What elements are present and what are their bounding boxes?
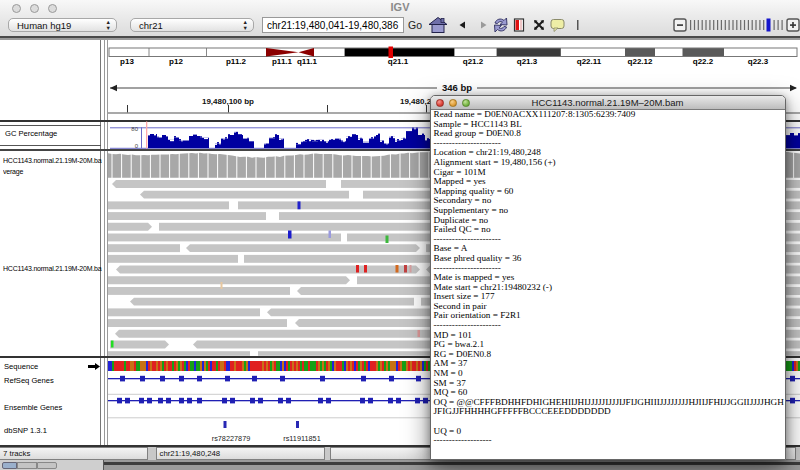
svg-text:19,480,100 bp: 19,480,100 bp [202,97,254,106]
svg-text:0: 0 [135,143,139,149]
svg-text:q22.12: q22.12 [628,57,653,66]
svg-text:80: 80 [131,126,138,132]
svg-text:q21.3: q21.3 [517,57,538,66]
svg-text:p13: p13 [120,57,134,66]
svg-text:q21.1: q21.1 [388,57,409,66]
svg-text:q21.2: q21.2 [463,57,484,66]
svg-text:q22.11: q22.11 [577,57,602,66]
svg-text:rs78227879: rs78227879 [212,434,251,443]
svg-text:q11.1: q11.1 [297,57,318,66]
svg-text:p12: p12 [169,57,183,66]
svg-text:p11.2: p11.2 [226,57,247,66]
svg-text:rs11911851: rs11911851 [283,434,320,443]
svg-text:p11.1: p11.1 [272,57,293,66]
svg-text:q22.2: q22.2 [693,57,714,66]
svg-text:346 bp: 346 bp [442,82,472,93]
svg-text:q22.3: q22.3 [748,57,769,66]
